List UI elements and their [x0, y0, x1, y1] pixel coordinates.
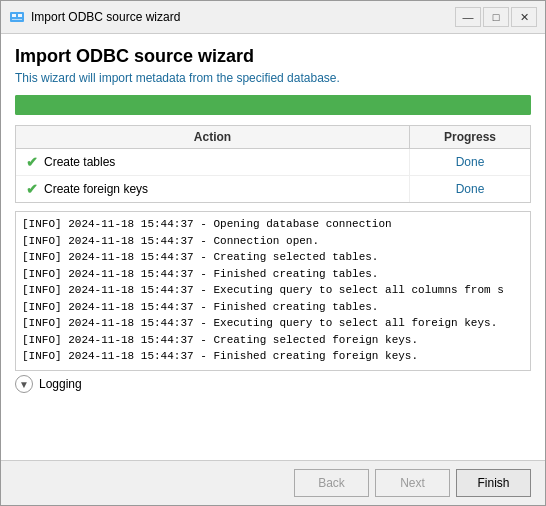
title-bar: Import ODBC source wizard — □ ✕ [1, 1, 545, 34]
log-line: [INFO] 2024-11-18 15:44:37 - Executing q… [22, 282, 524, 299]
check-icon-1: ✔ [26, 154, 38, 170]
table-row: ✔ Create tables Done [16, 149, 530, 176]
log-line: [INFO] 2024-11-18 15:44:37 - Opening dat… [22, 216, 524, 233]
page-subtitle: This wizard will import metadata from th… [15, 71, 531, 85]
finish-button[interactable]: Finish [456, 469, 531, 497]
action-cell-1: ✔ Create tables [16, 149, 410, 175]
logging-toggle[interactable]: ▼ Logging [15, 371, 531, 397]
progress-cell-2: Done [410, 176, 530, 202]
next-button[interactable]: Next [375, 469, 450, 497]
check-icon-2: ✔ [26, 181, 38, 197]
log-line: [INFO] 2024-11-18 15:44:37 - Finished cr… [22, 348, 524, 365]
table-row: ✔ Create foreign keys Done [16, 176, 530, 202]
window-controls: — □ ✕ [455, 7, 537, 27]
log-area[interactable]: [INFO] 2024-11-18 15:44:37 - Opening dat… [15, 211, 531, 371]
close-button[interactable]: ✕ [511, 7, 537, 27]
progress-column-header: Progress [410, 126, 530, 148]
log-line: [INFO] 2024-11-18 15:44:37 - Finished cr… [22, 266, 524, 283]
action-table: Action Progress ✔ Create tables Done ✔ C… [15, 125, 531, 203]
progress-bar-fill [15, 95, 531, 115]
wizard-footer: Back Next Finish [1, 460, 545, 505]
title-bar-text: Import ODBC source wizard [31, 10, 449, 24]
wizard-content: Import ODBC source wizard This wizard wi… [1, 34, 545, 460]
action-cell-2: ✔ Create foreign keys [16, 176, 410, 202]
page-title: Import ODBC source wizard [15, 46, 531, 67]
logging-toggle-icon: ▼ [15, 375, 33, 393]
logging-label: Logging [39, 377, 82, 391]
log-line: [INFO] 2024-11-18 15:44:37 - Connection … [22, 233, 524, 250]
log-line: [INFO] 2024-11-18 15:44:37 - Finished cr… [22, 299, 524, 316]
log-line: [INFO] 2024-11-18 15:44:37 - Executing q… [22, 315, 524, 332]
svg-rect-1 [12, 14, 16, 17]
maximize-button[interactable]: □ [483, 7, 509, 27]
action-column-header: Action [16, 126, 410, 148]
minimize-button[interactable]: — [455, 7, 481, 27]
back-button[interactable]: Back [294, 469, 369, 497]
log-line: [INFO] 2024-11-18 15:44:37 - Creating se… [22, 249, 524, 266]
main-window: Import ODBC source wizard — □ ✕ Import O… [0, 0, 546, 506]
table-header: Action Progress [16, 126, 530, 149]
log-line: [INFO] 2024-11-18 15:44:37 - Creating se… [22, 332, 524, 349]
progress-cell-1: Done [410, 149, 530, 175]
action-label-2: Create foreign keys [44, 182, 148, 196]
svg-rect-3 [12, 19, 22, 20]
action-label-1: Create tables [44, 155, 115, 169]
window-icon [9, 9, 25, 25]
svg-rect-2 [18, 14, 22, 17]
progress-bar-container [15, 95, 531, 115]
